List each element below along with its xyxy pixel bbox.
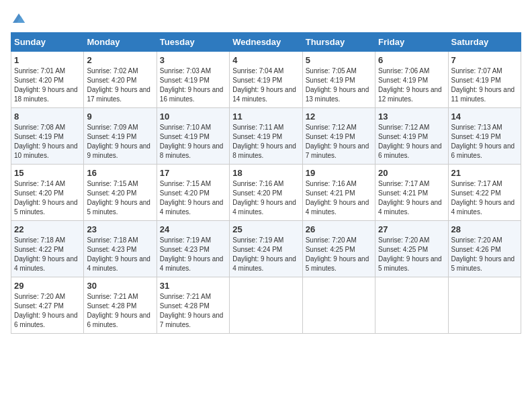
calendar-week-4: 22 Sunrise: 7:18 AM Sunset: 4:22 PM Dayl… xyxy=(11,221,521,277)
daylight-label: Daylight: 9 hours and 12 minutes. xyxy=(378,86,442,103)
day-info: Sunrise: 7:21 AM Sunset: 4:28 PM Dayligh… xyxy=(87,292,153,330)
calendar-day-8: 8 Sunrise: 7:08 AM Sunset: 4:19 PM Dayli… xyxy=(11,108,84,165)
calendar-day-16: 16 Sunrise: 7:15 AM Sunset: 4:20 PM Dayl… xyxy=(84,165,157,221)
daylight-label: Daylight: 9 hours and 4 minutes. xyxy=(87,255,150,272)
daylight-label: Daylight: 9 hours and 7 minutes. xyxy=(306,142,369,159)
calendar-day-23: 23 Sunrise: 7:18 AM Sunset: 4:23 PM Dayl… xyxy=(84,221,157,277)
empty-cell xyxy=(448,277,521,334)
sunrise-label: Sunrise: 7:21 AM xyxy=(87,293,138,300)
day-number: 14 xyxy=(451,111,518,122)
day-number: 22 xyxy=(14,224,81,234)
day-info: Sunrise: 7:18 AM Sunset: 4:22 PM Dayligh… xyxy=(14,236,81,273)
daylight-label: Daylight: 9 hours and 13 minutes. xyxy=(306,86,369,103)
sunset-label: Sunset: 4:25 PM xyxy=(306,246,355,253)
calendar-day-30: 30 Sunrise: 7:21 AM Sunset: 4:28 PM Dayl… xyxy=(84,277,157,334)
sunset-label: Sunset: 4:22 PM xyxy=(14,246,64,253)
day-info: Sunrise: 7:13 AM Sunset: 4:19 PM Dayligh… xyxy=(451,123,518,161)
sunset-label: Sunset: 4:23 PM xyxy=(160,246,210,253)
day-number: 28 xyxy=(451,224,518,234)
sunset-label: Sunset: 4:20 PM xyxy=(87,189,136,197)
daylight-label: Daylight: 9 hours and 10 minutes. xyxy=(14,142,78,159)
calendar-day-24: 24 Sunrise: 7:19 AM Sunset: 4:23 PM Dayl… xyxy=(157,221,229,277)
sunrise-label: Sunrise: 7:20 AM xyxy=(451,236,502,244)
sunrise-label: Sunrise: 7:15 AM xyxy=(87,180,138,187)
day-info: Sunrise: 7:11 AM Sunset: 4:19 PM Dayligh… xyxy=(232,123,299,161)
day-number: 4 xyxy=(232,55,299,65)
daylight-label: Daylight: 9 hours and 6 minutes. xyxy=(14,312,78,328)
day-info: Sunrise: 7:19 AM Sunset: 4:23 PM Dayligh… xyxy=(160,236,226,273)
weekday-header-tuesday: Tuesday xyxy=(157,33,229,52)
sunrise-label: Sunrise: 7:20 AM xyxy=(378,236,429,244)
sunrise-label: Sunrise: 7:17 AM xyxy=(378,180,429,187)
calendar-day-3: 3 Sunrise: 7:03 AM Sunset: 4:19 PM Dayli… xyxy=(157,52,229,108)
day-number: 5 xyxy=(306,55,372,65)
day-info: Sunrise: 7:14 AM Sunset: 4:20 PM Dayligh… xyxy=(14,179,81,217)
sunrise-label: Sunrise: 7:05 AM xyxy=(306,67,357,75)
day-info: Sunrise: 7:16 AM Sunset: 4:20 PM Dayligh… xyxy=(232,179,299,217)
calendar-day-9: 9 Sunrise: 7:09 AM Sunset: 4:19 PM Dayli… xyxy=(84,108,157,165)
sunset-label: Sunset: 4:19 PM xyxy=(306,77,355,84)
daylight-label: Daylight: 9 hours and 4 minutes. xyxy=(451,199,515,216)
calendar-day-4: 4 Sunrise: 7:04 AM Sunset: 4:19 PM Dayli… xyxy=(230,52,302,108)
sunset-label: Sunset: 4:28 PM xyxy=(160,302,210,310)
sunrise-label: Sunrise: 7:16 AM xyxy=(232,180,283,187)
daylight-label: Daylight: 9 hours and 18 minutes. xyxy=(14,86,78,103)
weekday-header-monday: Monday xyxy=(84,33,157,52)
day-info: Sunrise: 7:09 AM Sunset: 4:19 PM Dayligh… xyxy=(87,123,153,161)
day-info: Sunrise: 7:20 AM Sunset: 4:25 PM Dayligh… xyxy=(378,236,445,273)
day-number: 6 xyxy=(378,55,445,65)
day-info: Sunrise: 7:04 AM Sunset: 4:19 PM Dayligh… xyxy=(232,66,299,104)
weekday-header-saturday: Saturday xyxy=(448,33,521,52)
day-number: 1 xyxy=(14,55,81,65)
day-number: 31 xyxy=(160,281,226,291)
day-info: Sunrise: 7:20 AM Sunset: 4:25 PM Dayligh… xyxy=(306,236,372,273)
day-number: 29 xyxy=(14,281,81,291)
daylight-label: Daylight: 9 hours and 4 minutes. xyxy=(160,199,224,216)
day-number: 27 xyxy=(378,224,445,234)
sunrise-label: Sunrise: 7:15 AM xyxy=(160,180,211,187)
calendar-day-31: 31 Sunrise: 7:21 AM Sunset: 4:28 PM Dayl… xyxy=(157,277,229,334)
sunset-label: Sunset: 4:25 PM xyxy=(378,246,428,253)
sunrise-label: Sunrise: 7:14 AM xyxy=(14,180,65,187)
daylight-label: Daylight: 9 hours and 4 minutes. xyxy=(378,199,442,216)
daylight-label: Daylight: 9 hours and 7 minutes. xyxy=(160,312,224,328)
sunset-label: Sunset: 4:22 PM xyxy=(451,189,501,197)
page-header xyxy=(11,11,521,26)
day-info: Sunrise: 7:21 AM Sunset: 4:28 PM Dayligh… xyxy=(160,292,226,330)
daylight-label: Daylight: 9 hours and 5 minutes. xyxy=(378,255,442,272)
day-number: 25 xyxy=(232,224,299,234)
day-number: 8 xyxy=(14,111,81,122)
empty-cell xyxy=(230,277,302,334)
sunset-label: Sunset: 4:21 PM xyxy=(306,189,355,197)
day-number: 20 xyxy=(378,168,445,178)
sunset-label: Sunset: 4:26 PM xyxy=(451,246,501,253)
calendar-day-27: 27 Sunrise: 7:20 AM Sunset: 4:25 PM Dayl… xyxy=(375,221,448,277)
calendar-day-13: 13 Sunrise: 7:12 AM Sunset: 4:19 PM Dayl… xyxy=(375,108,448,165)
day-info: Sunrise: 7:16 AM Sunset: 4:21 PM Dayligh… xyxy=(306,179,372,217)
daylight-label: Daylight: 9 hours and 4 minutes. xyxy=(232,255,296,272)
sunset-label: Sunset: 4:19 PM xyxy=(232,133,282,140)
calendar-day-18: 18 Sunrise: 7:16 AM Sunset: 4:20 PM Dayl… xyxy=(230,165,302,221)
daylight-label: Daylight: 9 hours and 4 minutes. xyxy=(232,199,296,216)
day-info: Sunrise: 7:20 AM Sunset: 4:26 PM Dayligh… xyxy=(451,236,518,273)
day-info: Sunrise: 7:06 AM Sunset: 4:19 PM Dayligh… xyxy=(378,66,445,104)
sunrise-label: Sunrise: 7:18 AM xyxy=(14,236,65,244)
sunset-label: Sunset: 4:19 PM xyxy=(160,133,210,140)
calendar-day-22: 22 Sunrise: 7:18 AM Sunset: 4:22 PM Dayl… xyxy=(11,221,84,277)
day-info: Sunrise: 7:17 AM Sunset: 4:21 PM Dayligh… xyxy=(378,179,445,217)
sunrise-label: Sunrise: 7:20 AM xyxy=(306,236,357,244)
sunset-label: Sunset: 4:19 PM xyxy=(14,133,64,140)
sunset-label: Sunset: 4:20 PM xyxy=(160,189,210,197)
calendar-day-5: 5 Sunrise: 7:05 AM Sunset: 4:19 PM Dayli… xyxy=(302,52,375,108)
weekday-header-sunday: Sunday xyxy=(11,33,84,52)
logo xyxy=(11,11,26,26)
calendar-week-2: 8 Sunrise: 7:08 AM Sunset: 4:19 PM Dayli… xyxy=(11,108,521,165)
sunrise-label: Sunrise: 7:19 AM xyxy=(160,236,211,244)
daylight-label: Daylight: 9 hours and 6 minutes. xyxy=(87,312,150,328)
calendar-day-28: 28 Sunrise: 7:20 AM Sunset: 4:26 PM Dayl… xyxy=(448,221,521,277)
day-number: 15 xyxy=(14,168,81,178)
sunset-label: Sunset: 4:21 PM xyxy=(378,189,428,197)
daylight-label: Daylight: 9 hours and 5 minutes. xyxy=(14,199,78,216)
day-info: Sunrise: 7:12 AM Sunset: 4:19 PM Dayligh… xyxy=(306,123,372,161)
day-info: Sunrise: 7:18 AM Sunset: 4:23 PM Dayligh… xyxy=(87,236,153,273)
